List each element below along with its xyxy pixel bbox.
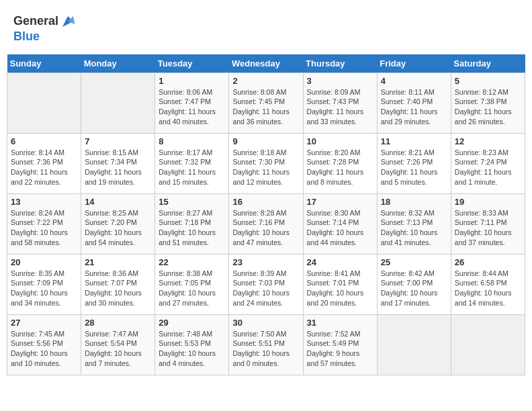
day-info: Sunrise: 8:36 AMSunset: 7:07 PMDaylight:… xyxy=(85,269,151,308)
calendar-week-2: 6Sunrise: 8:14 AMSunset: 7:36 PMDaylight… xyxy=(7,133,525,193)
calendar-body: 1Sunrise: 8:06 AMSunset: 7:47 PMDaylight… xyxy=(7,73,525,375)
day-header-thursday: Thursday xyxy=(303,54,377,73)
day-info: Sunrise: 8:11 AMSunset: 7:40 PMDaylight:… xyxy=(381,87,447,127)
day-info: Sunrise: 8:09 AMSunset: 7:43 PMDaylight:… xyxy=(307,87,373,127)
calendar-week-4: 20Sunrise: 8:35 AMSunset: 7:09 PMDayligh… xyxy=(7,254,525,314)
day-header-monday: Monday xyxy=(81,54,155,73)
calendar-cell: 8Sunrise: 8:17 AMSunset: 7:32 PMDaylight… xyxy=(155,133,229,193)
day-number: 7 xyxy=(85,136,151,146)
day-info: Sunrise: 8:15 AMSunset: 7:34 PMDaylight:… xyxy=(85,148,151,187)
calendar-cell: 24Sunrise: 8:41 AMSunset: 7:01 PMDayligh… xyxy=(303,254,377,314)
day-header-sunday: Sunday xyxy=(7,54,81,73)
day-info: Sunrise: 8:35 AMSunset: 7:09 PMDaylight:… xyxy=(11,269,77,308)
day-number: 10 xyxy=(307,136,373,146)
calendar-cell: 2Sunrise: 8:08 AMSunset: 7:45 PMDaylight… xyxy=(229,73,303,133)
day-info: Sunrise: 8:08 AMSunset: 7:45 PMDaylight:… xyxy=(232,87,299,127)
calendar-cell: 7Sunrise: 8:15 AMSunset: 7:34 PMDaylight… xyxy=(81,133,155,193)
day-info: Sunrise: 8:25 AMSunset: 7:20 PMDaylight:… xyxy=(85,208,151,248)
day-info: Sunrise: 8:32 AMSunset: 7:13 PMDaylight:… xyxy=(381,208,447,248)
day-number: 21 xyxy=(85,257,151,267)
day-info: Sunrise: 7:48 AMSunset: 5:53 PMDaylight:… xyxy=(159,329,225,369)
calendar-cell: 14Sunrise: 8:25 AMSunset: 7:20 PMDayligh… xyxy=(81,193,155,254)
calendar-cell: 26Sunrise: 8:44 AMSunset: 6:58 PMDayligh… xyxy=(451,254,525,314)
calendar-cell: 5Sunrise: 8:12 AMSunset: 7:38 PMDaylight… xyxy=(451,73,525,133)
day-info: Sunrise: 8:28 AMSunset: 7:16 PMDaylight:… xyxy=(232,208,299,248)
calendar-cell: 15Sunrise: 8:27 AMSunset: 7:18 PMDayligh… xyxy=(155,193,229,254)
calendar-cell: 23Sunrise: 8:39 AMSunset: 7:03 PMDayligh… xyxy=(229,254,303,314)
calendar-cell: 11Sunrise: 8:21 AMSunset: 7:26 PMDayligh… xyxy=(377,133,451,193)
calendar-cell: 12Sunrise: 8:23 AMSunset: 7:24 PMDayligh… xyxy=(451,133,525,193)
day-info: Sunrise: 8:20 AMSunset: 7:28 PMDaylight:… xyxy=(307,148,373,187)
calendar-cell xyxy=(451,314,525,375)
calendar-cell: 4Sunrise: 8:11 AMSunset: 7:40 PMDaylight… xyxy=(377,73,451,133)
calendar-cell: 29Sunrise: 7:48 AMSunset: 5:53 PMDayligh… xyxy=(155,314,229,375)
calendar-cell: 18Sunrise: 8:32 AMSunset: 7:13 PMDayligh… xyxy=(377,193,451,254)
day-number: 23 xyxy=(232,257,299,267)
logo-icon xyxy=(60,13,76,30)
calendar-cell: 13Sunrise: 8:24 AMSunset: 7:22 PMDayligh… xyxy=(7,193,81,254)
day-info: Sunrise: 8:24 AMSunset: 7:22 PMDaylight:… xyxy=(11,208,77,248)
day-info: Sunrise: 8:17 AMSunset: 7:32 PMDaylight:… xyxy=(159,148,225,187)
calendar-cell xyxy=(81,73,155,133)
day-number: 6 xyxy=(11,136,77,146)
day-number: 3 xyxy=(307,76,373,86)
day-number: 12 xyxy=(455,136,521,146)
calendar-cell: 19Sunrise: 8:33 AMSunset: 7:11 PMDayligh… xyxy=(451,193,525,254)
day-info: Sunrise: 8:12 AMSunset: 7:38 PMDaylight:… xyxy=(455,87,521,127)
day-info: Sunrise: 8:30 AMSunset: 7:14 PMDaylight:… xyxy=(307,208,373,248)
calendar-cell xyxy=(7,73,81,133)
day-info: Sunrise: 8:21 AMSunset: 7:26 PMDaylight:… xyxy=(381,148,447,187)
calendar-cell: 21Sunrise: 8:36 AMSunset: 7:07 PMDayligh… xyxy=(81,254,155,314)
day-number: 28 xyxy=(85,318,151,328)
day-number: 14 xyxy=(85,197,151,207)
calendar-cell: 25Sunrise: 8:42 AMSunset: 7:00 PMDayligh… xyxy=(377,254,451,314)
calendar-week-5: 27Sunrise: 7:45 AMSunset: 5:56 PMDayligh… xyxy=(7,314,525,375)
day-info: Sunrise: 7:45 AMSunset: 5:56 PMDaylight:… xyxy=(11,329,77,369)
logo-text-general: General xyxy=(13,14,58,29)
day-number: 20 xyxy=(11,257,77,267)
day-number: 17 xyxy=(307,197,373,207)
day-number: 15 xyxy=(159,197,225,207)
day-info: Sunrise: 8:39 AMSunset: 7:03 PMDaylight:… xyxy=(232,269,299,308)
calendar-cell: 9Sunrise: 8:18 AMSunset: 7:30 PMDaylight… xyxy=(229,133,303,193)
calendar-cell: 28Sunrise: 7:47 AMSunset: 5:54 PMDayligh… xyxy=(81,314,155,375)
day-number: 11 xyxy=(381,136,447,146)
day-header-tuesday: Tuesday xyxy=(155,54,229,73)
calendar-cell: 3Sunrise: 8:09 AMSunset: 7:43 PMDaylight… xyxy=(303,73,377,133)
calendar-cell xyxy=(377,314,451,375)
day-number: 29 xyxy=(159,318,225,328)
day-info: Sunrise: 8:06 AMSunset: 7:47 PMDaylight:… xyxy=(159,87,225,127)
calendar-header-row: SundayMondayTuesdayWednesdayThursdayFrid… xyxy=(7,54,525,73)
calendar-week-1: 1Sunrise: 8:06 AMSunset: 7:47 PMDaylight… xyxy=(7,73,525,133)
day-info: Sunrise: 8:14 AMSunset: 7:36 PMDaylight:… xyxy=(11,148,77,187)
calendar-cell: 16Sunrise: 8:28 AMSunset: 7:16 PMDayligh… xyxy=(229,193,303,254)
day-info: Sunrise: 8:27 AMSunset: 7:18 PMDaylight:… xyxy=(159,208,225,248)
day-number: 26 xyxy=(455,257,521,267)
day-number: 16 xyxy=(232,197,299,207)
day-number: 18 xyxy=(381,197,447,207)
calendar-cell: 20Sunrise: 8:35 AMSunset: 7:09 PMDayligh… xyxy=(7,254,81,314)
day-info: Sunrise: 8:44 AMSunset: 6:58 PMDaylight:… xyxy=(455,269,521,308)
day-number: 13 xyxy=(11,197,77,207)
day-number: 19 xyxy=(455,197,521,207)
calendar-cell: 30Sunrise: 7:50 AMSunset: 5:51 PMDayligh… xyxy=(229,314,303,375)
day-info: Sunrise: 8:42 AMSunset: 7:00 PMDaylight:… xyxy=(381,269,447,308)
day-number: 9 xyxy=(232,136,299,146)
day-number: 1 xyxy=(159,76,225,86)
day-number: 5 xyxy=(455,76,521,86)
day-info: Sunrise: 7:47 AMSunset: 5:54 PMDaylight:… xyxy=(85,329,151,369)
logo-text-blue: Blue xyxy=(13,30,40,43)
day-info: Sunrise: 8:33 AMSunset: 7:11 PMDaylight:… xyxy=(455,208,521,248)
day-info: Sunrise: 8:41 AMSunset: 7:01 PMDaylight:… xyxy=(307,269,373,308)
day-header-friday: Friday xyxy=(377,54,451,73)
calendar-cell: 10Sunrise: 8:20 AMSunset: 7:28 PMDayligh… xyxy=(303,133,377,193)
day-number: 27 xyxy=(11,318,77,328)
calendar-week-3: 13Sunrise: 8:24 AMSunset: 7:22 PMDayligh… xyxy=(7,193,525,254)
day-info: Sunrise: 8:38 AMSunset: 7:05 PMDaylight:… xyxy=(159,269,225,308)
calendar-table: SundayMondayTuesdayWednesdayThursdayFrid… xyxy=(7,54,525,375)
day-info: Sunrise: 7:52 AMSunset: 5:49 PMDaylight:… xyxy=(307,329,373,369)
calendar-cell: 1Sunrise: 8:06 AMSunset: 7:47 PMDaylight… xyxy=(155,73,229,133)
day-number: 8 xyxy=(159,136,225,146)
day-number: 2 xyxy=(232,76,299,86)
calendar-cell: 17Sunrise: 8:30 AMSunset: 7:14 PMDayligh… xyxy=(303,193,377,254)
